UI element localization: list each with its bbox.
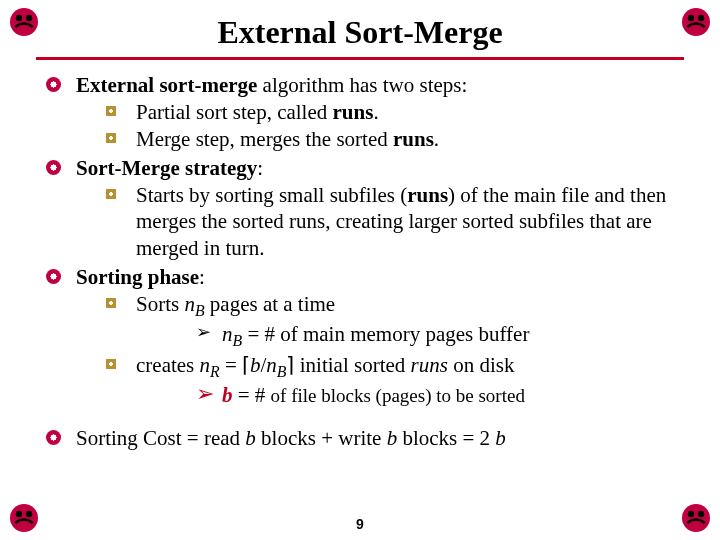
var-n: n <box>200 353 211 377</box>
svg-point-3 <box>682 8 710 36</box>
text: creates <box>136 353 200 377</box>
text: = <box>220 353 242 377</box>
text: runs <box>333 100 374 124</box>
text: Sorts <box>136 292 184 316</box>
var-n: n <box>266 353 277 377</box>
bullet-strategy: Sort-Merge strategy: Starts by sorting s… <box>46 155 680 263</box>
sub-b: B <box>195 302 205 319</box>
text: = # of main memory pages buffer <box>242 322 529 346</box>
subbullet-partial-sort: Partial sort step, called runs. <box>106 99 680 126</box>
subbullet-strategy-body: Starts by sorting small subfiles (runs) … <box>106 182 680 263</box>
ceil-left: ⌈ <box>242 353 250 377</box>
text: blocks + write <box>256 426 387 450</box>
slide-content: External sort-merge algorithm has two st… <box>0 72 720 452</box>
text: Sorting Cost = read <box>76 426 245 450</box>
text: : <box>257 156 263 180</box>
var-n: n <box>184 292 195 316</box>
svg-point-1 <box>16 15 22 21</box>
text: runs <box>407 183 448 207</box>
text: runs <box>393 127 434 151</box>
text: of file blocks (pages) to be sorted <box>271 385 525 406</box>
text: Partial sort step, called <box>136 100 333 124</box>
text: . <box>434 127 439 151</box>
svg-point-0 <box>10 8 38 36</box>
arrow-nb-def: nB = # of main memory pages buffer <box>196 321 680 351</box>
svg-point-2 <box>26 15 32 21</box>
var-b: b <box>387 426 398 450</box>
title-rule <box>36 57 684 60</box>
text: Sorting phase <box>76 265 199 289</box>
svg-point-4 <box>688 15 694 21</box>
bullet-cost: Sorting Cost = read b blocks + write b b… <box>46 425 680 452</box>
page-number: 9 <box>0 516 720 532</box>
text: blocks = 2 <box>397 426 495 450</box>
var-b: b <box>222 383 233 407</box>
arrow-b-def: b = # of file blocks (pages) to be sorte… <box>196 382 680 409</box>
sub-b: B <box>233 333 243 350</box>
text: Merge step, merges the sorted <box>136 127 393 151</box>
var-b: b <box>245 426 256 450</box>
text: . <box>373 100 378 124</box>
var-b: b <box>495 426 506 450</box>
sub-r: R <box>210 363 220 380</box>
decorative-corner-tr <box>680 6 712 38</box>
text: Starts by sorting small subfiles ( <box>136 183 407 207</box>
text: : <box>199 265 205 289</box>
decorative-corner-tl <box>8 6 40 38</box>
text: on disk <box>448 353 515 377</box>
subbullet-creates-runs: creates nR = ⌈b/nB⌉ initial sorted runs … <box>106 352 680 409</box>
text: External sort-merge <box>76 73 257 97</box>
text: algorithm has two steps: <box>257 73 467 97</box>
text: pages at a time <box>205 292 336 316</box>
text: Sort-Merge strategy <box>76 156 257 180</box>
spacer <box>46 411 680 425</box>
subbullet-merge-step: Merge step, merges the sorted runs. <box>106 126 680 153</box>
page-title: External Sort-Merge <box>0 0 720 57</box>
text: initial sorted <box>294 353 410 377</box>
var-b: b <box>250 353 261 377</box>
svg-point-5 <box>698 15 704 21</box>
text: runs <box>411 353 448 377</box>
bullet-intro: External sort-merge algorithm has two st… <box>46 72 680 153</box>
text: = # <box>233 383 271 407</box>
var-n: n <box>222 322 233 346</box>
bullet-sorting-phase: Sorting phase: Sorts nB pages at a time … <box>46 264 680 409</box>
subbullet-sorts-pages: Sorts nB pages at a time nB = # of main … <box>106 291 680 352</box>
